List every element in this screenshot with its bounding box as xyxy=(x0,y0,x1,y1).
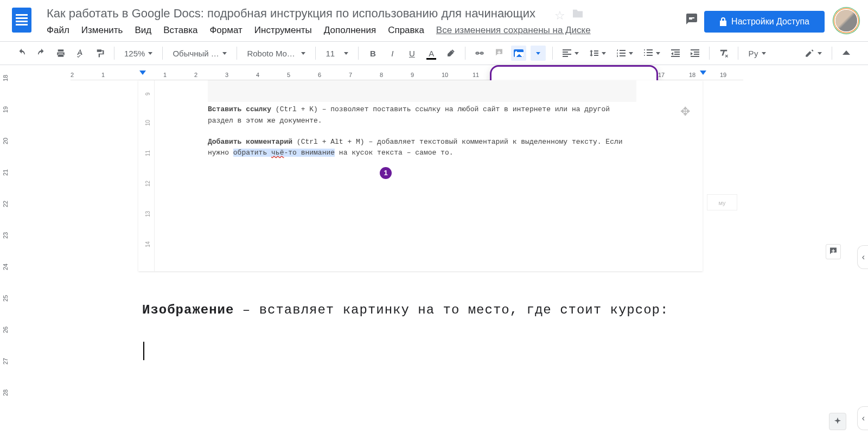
nested-header-area xyxy=(208,80,636,102)
vertical-ruler: 1819202122232425262728 xyxy=(0,73,15,441)
menu-формат[interactable]: Формат xyxy=(209,25,242,36)
text-color-button[interactable]: A xyxy=(424,46,439,61)
undo-button[interactable] xyxy=(14,46,29,61)
left-indent-marker[interactable] xyxy=(139,71,146,75)
star-icon[interactable]: ☆ xyxy=(554,9,565,23)
collapse-toolbar-button[interactable] xyxy=(839,46,854,61)
share-button[interactable]: Настройки Доступа xyxy=(704,11,825,33)
annotation-badge-1: 1 xyxy=(380,167,392,179)
open-comments-icon[interactable] xyxy=(684,11,700,27)
editing-mode-dropdown[interactable] xyxy=(801,48,825,58)
font-size-dropdown[interactable]: 11 xyxy=(322,49,352,58)
paragraph-style-dropdown[interactable]: Обычный … xyxy=(169,49,230,58)
add-comment-fab[interactable] xyxy=(826,244,841,259)
nested-comment-stub: му xyxy=(707,194,737,210)
nested-vertical-ruler: 91011121314 xyxy=(144,80,155,271)
toolbar: 125% Обычный … Roboto Mo… 11 B I U A Ру xyxy=(0,41,868,65)
decrease-indent-button[interactable] xyxy=(668,46,683,61)
align-dropdown[interactable] xyxy=(559,49,582,57)
side-panel-expand-bottom[interactable]: ‹ xyxy=(857,406,868,430)
docs-logo-icon[interactable] xyxy=(12,8,31,33)
spellcheck-button[interactable] xyxy=(73,46,88,61)
print-button[interactable] xyxy=(53,46,68,61)
menu-bar: ФайлИзменитьВидВставкаФорматИнструментыД… xyxy=(47,25,591,36)
caption-line: Изображение – вставляет картинку на то м… xyxy=(142,301,668,319)
menu-дополнения[interactable]: Дополнения xyxy=(324,25,376,36)
menu-изменить[interactable]: Изменить xyxy=(81,25,123,36)
side-panel-expand[interactable]: ‹ xyxy=(857,245,868,269)
redo-button[interactable] xyxy=(34,46,49,61)
insert-link-button[interactable] xyxy=(472,46,487,61)
saved-status[interactable]: Все изменения сохранены на Диске xyxy=(436,25,591,36)
insert-image-button[interactable] xyxy=(511,46,526,61)
move-to-folder-icon[interactable] xyxy=(572,9,584,18)
account-avatar[interactable] xyxy=(835,10,857,31)
highlight-color-button[interactable] xyxy=(443,46,458,61)
explore-button[interactable] xyxy=(829,413,846,430)
nested-document-preview: 91011121314 Вставить ссылку (Ctrl + K) –… xyxy=(138,80,703,271)
right-indent-marker[interactable] xyxy=(700,71,706,75)
header: Как работать в Google Docs: подробная ин… xyxy=(0,0,868,41)
menu-инструменты[interactable]: Инструменты xyxy=(254,25,312,36)
image-icon xyxy=(514,49,524,57)
workspace: 1819202122232425262728 21123456789101112… xyxy=(0,65,868,441)
text-caret xyxy=(143,342,144,360)
font-family-dropdown[interactable]: Roboto Mo… xyxy=(244,49,309,58)
zoom-dropdown[interactable]: 125% xyxy=(121,49,156,58)
lock-icon xyxy=(719,17,727,26)
nested-bold: Добавить комментарий xyxy=(208,138,292,146)
increase-indent-button[interactable] xyxy=(687,46,703,61)
menu-справка[interactable]: Справка xyxy=(388,25,424,36)
menu-файл[interactable]: Файл xyxy=(47,25,69,36)
caption-bold: Изображение xyxy=(142,303,234,317)
italic-button[interactable]: I xyxy=(385,46,400,61)
nested-bold: Вставить ссылку xyxy=(208,105,271,113)
add-comment-button[interactable] xyxy=(492,46,507,61)
document-title[interactable]: Как работать в Google Docs: подробная ин… xyxy=(47,7,535,21)
bulleted-list-dropdown[interactable] xyxy=(641,49,663,57)
input-tools-dropdown[interactable]: Ру xyxy=(745,49,769,58)
menu-вид[interactable]: Вид xyxy=(135,25,151,36)
paint-format-button[interactable] xyxy=(92,46,107,61)
line-spacing-dropdown[interactable] xyxy=(586,49,609,57)
share-button-label: Настройки Доступа xyxy=(731,17,809,27)
clear-formatting-button[interactable] xyxy=(716,46,731,61)
numbered-list-dropdown[interactable] xyxy=(614,49,636,57)
move-handle-icon[interactable]: ✥ xyxy=(678,104,693,119)
underline-button[interactable]: U xyxy=(404,46,419,61)
insert-image-dropdown-caret[interactable] xyxy=(531,46,546,61)
menu-вставка[interactable]: Вставка xyxy=(163,25,197,36)
bold-button[interactable]: B xyxy=(365,46,380,61)
